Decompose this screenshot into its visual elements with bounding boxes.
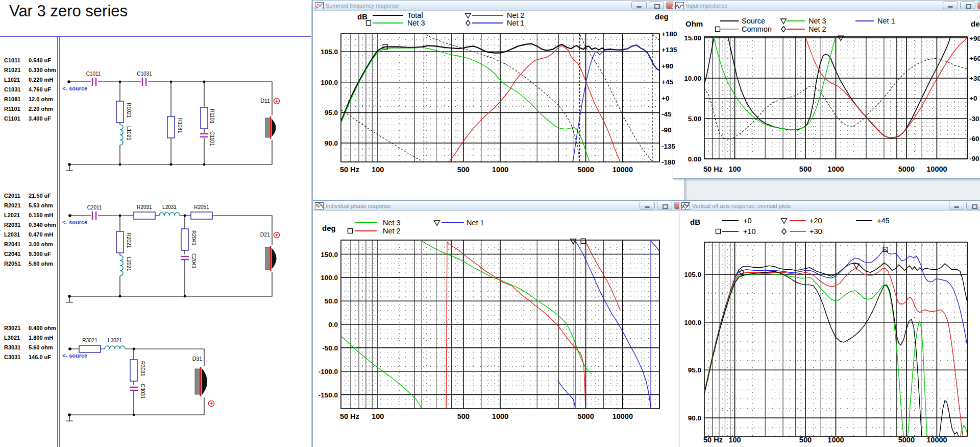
svg-text:R2031: R2031 [137, 204, 152, 210]
svg-text:R2051: R2051 [194, 204, 209, 210]
input-impedance-window[interactable]: Input impedance [673, 0, 980, 179]
source-terminal [68, 214, 71, 217]
schematic-canvas[interactable]: C10110.540 uFR10210.330 ohmL10210.220 mH… [0, 0, 311, 447]
restore-button[interactable] [649, 2, 664, 9]
svg-text:0.220 mH: 0.220 mH [29, 77, 53, 83]
svg-text:L1021: L1021 [126, 126, 132, 140]
offaxis-titlebar[interactable]: Vertical off axis response, overlaid plo… [679, 201, 980, 211]
resistor-R2021[interactable] [116, 231, 124, 253]
svg-text:R2021: R2021 [126, 233, 132, 248]
resistor-R1021[interactable] [116, 101, 124, 123]
svg-text:<- source: <- source [62, 219, 87, 225]
svg-text:L2031: L2031 [4, 231, 20, 238]
minimize-button[interactable] [949, 202, 964, 209]
inductor-L2031[interactable] [159, 213, 180, 216]
return-terminal [68, 413, 71, 416]
capacitor-C2011[interactable] [92, 211, 96, 220]
svg-text:L3021: L3021 [4, 335, 20, 341]
window-title: Input impedance [686, 3, 943, 9]
window-title: Summed frequency response [326, 3, 631, 9]
net1-junctions [67, 80, 205, 166]
source-terminal [68, 347, 71, 350]
summed-frequency-response-window[interactable]: Summed frequency response [312, 0, 685, 200]
application-root: Var 3 zero series [0, 0, 980, 447]
resistor-R3021[interactable] [79, 345, 101, 352]
inductor-L1021[interactable] [120, 125, 123, 145]
resistor-R2051[interactable] [191, 212, 212, 219]
restore-button[interactable] [960, 2, 975, 9]
close-button[interactable] [977, 2, 980, 9]
svg-text:C3031: C3031 [4, 354, 20, 360]
svg-text:5.60 ohm: 5.60 ohm [29, 344, 53, 350]
driver-D21[interactable] [265, 246, 277, 271]
driver-D31-node-icon [209, 401, 214, 407]
net2-junctions [68, 214, 186, 298]
svg-text:0.400 ohm: 0.400 ohm [29, 325, 56, 331]
svg-text:R3031: R3031 [140, 361, 145, 377]
svg-text:R3021: R3021 [4, 325, 20, 331]
svg-text:D21: D21 [260, 231, 270, 238]
svg-text:9.300 uF: 9.300 uF [29, 251, 51, 257]
restore-button[interactable] [657, 202, 672, 209]
svg-text:0.470 mH: 0.470 mH [29, 231, 53, 238]
resistor-R1081[interactable] [167, 116, 175, 138]
window-title: Vertical off axis response, overlaid plo… [692, 203, 949, 209]
impedance-titlebar[interactable]: Input impedance [673, 1, 980, 11]
svg-text:0.330 ohm: 0.330 ohm [29, 67, 56, 73]
capacitor-C2041[interactable] [181, 256, 189, 260]
svg-text:C2011: C2011 [87, 205, 102, 210]
minimize-button[interactable] [631, 2, 647, 9]
resistor-R2031[interactable] [134, 212, 155, 219]
capacitor-C3031[interactable] [130, 387, 138, 390]
svg-text:D31: D31 [192, 356, 202, 362]
individual-phase-response-window[interactable]: Individual phase response [312, 200, 693, 447]
svg-text:L1021: L1021 [4, 77, 20, 83]
svg-text:L2031: L2031 [162, 204, 177, 210]
capacitor-C1011[interactable] [92, 78, 96, 86]
vertical-off-axis-window[interactable]: Vertical off axis response, overlaid plo… [679, 200, 980, 447]
svg-text:R3021: R3021 [82, 338, 97, 343]
restore-button[interactable] [966, 202, 980, 209]
svg-text:2.20 ohm: 2.20 ohm [29, 106, 53, 112]
svg-text:R1081: R1081 [4, 96, 20, 102]
svg-text:R2031: R2031 [4, 222, 20, 228]
chart-window-icon [315, 2, 324, 9]
svg-text:C1101: C1101 [4, 115, 20, 122]
inductor-L3021[interactable] [105, 346, 125, 349]
svg-text:3.400 uF: 3.400 uF [29, 115, 51, 122]
svg-text:R2021: R2021 [4, 202, 20, 208]
inductor-L2021[interactable] [120, 255, 123, 276]
svg-text:12.0 ohm: 12.0 ohm [29, 96, 53, 102]
driver-D31[interactable] [195, 367, 207, 396]
svg-text:L2021: L2021 [4, 212, 20, 218]
svg-text:C2011: C2011 [4, 193, 20, 199]
summed-titlebar[interactable]: Summed frequency response [313, 1, 684, 11]
chart-window-icon [675, 2, 684, 9]
svg-text:1.800 mH: 1.800 mH [29, 335, 53, 341]
svg-text:R2041: R2041 [4, 241, 20, 247]
svg-text:L3021: L3021 [108, 338, 122, 343]
svg-text:C1011: C1011 [86, 71, 101, 77]
svg-text:0.340 ohm: 0.340 ohm [29, 222, 56, 228]
svg-text:R2051: R2051 [4, 261, 20, 267]
svg-text:21.50 uF: 21.50 uF [29, 193, 51, 199]
svg-text:C3031: C3031 [140, 384, 145, 399]
phase-titlebar[interactable]: Individual phase response [313, 201, 693, 211]
resistor-R2041[interactable] [181, 229, 188, 250]
svg-text:R1081: R1081 [177, 118, 183, 133]
minimize-button[interactable] [640, 202, 655, 209]
capacitor-C1031[interactable] [142, 78, 146, 86]
driver-D21-node-icon [274, 232, 280, 238]
minimize-button[interactable] [943, 2, 958, 9]
driver-D11[interactable] [265, 116, 276, 139]
svg-text:C1031: C1031 [4, 86, 20, 92]
resistor-R3031[interactable] [130, 360, 137, 381]
svg-text:C1031: C1031 [137, 71, 152, 77]
svg-text:5.60 ohm: 5.60 ohm [29, 261, 53, 267]
svg-text:C2041: C2041 [4, 251, 20, 257]
svg-text:4.760 uF: 4.760 uF [29, 86, 51, 92]
resistor-R1101[interactable] [201, 107, 208, 129]
svg-text:<- source: <- source [62, 85, 87, 91]
capacitor-C1101[interactable] [200, 134, 208, 137]
svg-text:D11: D11 [261, 98, 271, 104]
